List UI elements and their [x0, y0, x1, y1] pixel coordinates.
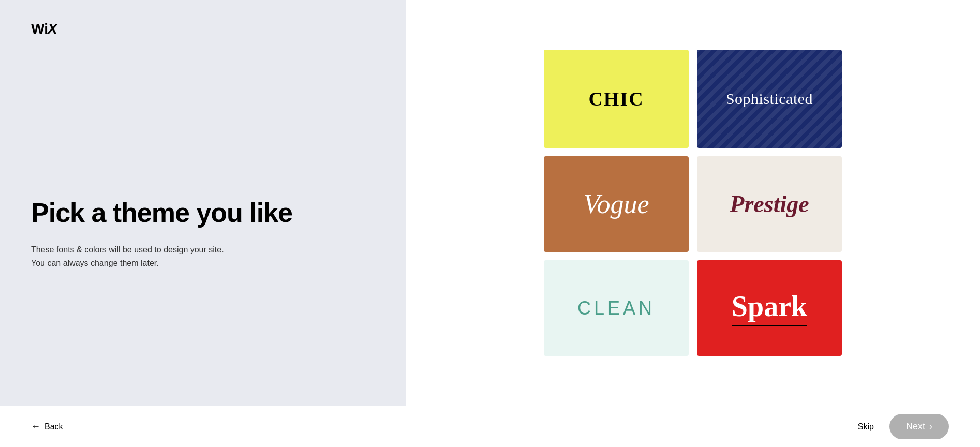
theme-card-prestige[interactable]: Prestige	[697, 156, 842, 252]
theme-card-sophisticated[interactable]: Sophisticated	[697, 50, 842, 148]
theme-spark-label: Spark	[732, 290, 807, 323]
theme-card-clean[interactable]: CLEAN	[544, 260, 689, 356]
back-label: Back	[44, 422, 63, 431]
theme-card-spark[interactable]: Spark	[697, 260, 842, 356]
next-button[interactable]: Next ›	[889, 414, 949, 439]
wix-logo: WiX	[31, 21, 57, 37]
skip-label: Skip	[858, 422, 874, 431]
skip-button[interactable]: Skip	[858, 422, 874, 431]
theme-vogue-label: Vogue	[583, 189, 649, 219]
theme-clean-label: CLEAN	[577, 297, 655, 319]
right-actions: Skip Next ›	[858, 414, 949, 439]
theme-chic-label: CHIC	[588, 87, 644, 110]
right-panel: CHIC Sophisticated Vogue Prestige CLEAN	[406, 0, 980, 406]
spark-underline	[732, 325, 807, 326]
theme-card-vogue[interactable]: Vogue	[544, 156, 689, 252]
theme-card-chic[interactable]: CHIC	[544, 50, 689, 148]
left-panel: WiX Pick a theme you like These fonts & …	[0, 0, 406, 406]
next-label: Next	[906, 421, 925, 432]
bottom-bar: ← Back Skip Next ›	[0, 406, 980, 447]
page-subtext: These fonts & colors will be used to des…	[31, 243, 375, 270]
theme-sophisticated-label: Sophisticated	[726, 90, 813, 108]
back-button[interactable]: ← Back	[31, 421, 63, 432]
next-arrow-icon: ›	[929, 421, 932, 432]
themes-grid: CHIC Sophisticated Vogue Prestige CLEAN	[544, 50, 842, 356]
theme-prestige-label: Prestige	[730, 190, 809, 218]
back-arrow-icon: ←	[31, 421, 40, 432]
page-heading: Pick a theme you like	[31, 198, 375, 228]
